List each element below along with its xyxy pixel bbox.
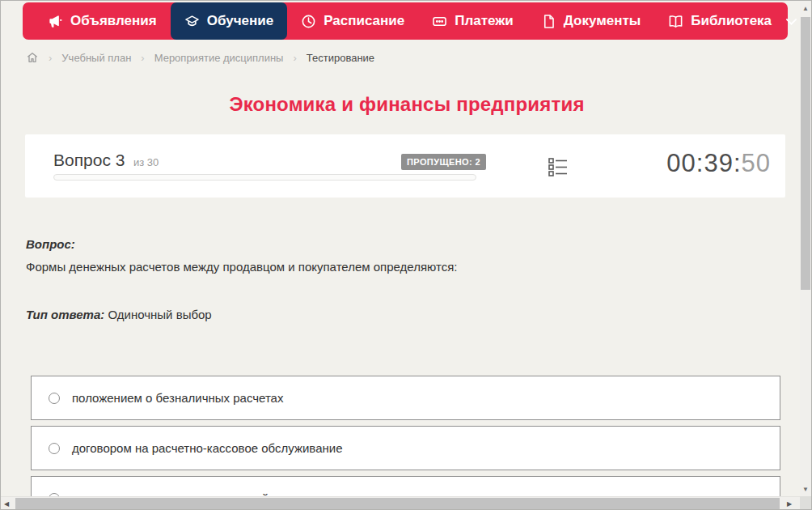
answer-type-value: Одиночный выбор bbox=[108, 308, 211, 321]
radio-button[interactable] bbox=[49, 443, 60, 454]
question-section: Вопрос: Формы денежных расчетов между пр… bbox=[26, 237, 782, 275]
breadcrumb-separator: › bbox=[49, 52, 52, 64]
answer-option-1[interactable]: положением о безналичных расчетах bbox=[31, 376, 780, 420]
breadcrumb-testing: Тестирование bbox=[307, 52, 374, 64]
timer-seconds: 50 bbox=[742, 149, 771, 177]
megaphone-icon bbox=[48, 14, 63, 29]
nav-item-payments[interactable]: Платежи bbox=[418, 2, 527, 40]
question-list-button[interactable] bbox=[547, 155, 569, 178]
skipped-badge: ПРОПУЩЕНО: 2 bbox=[401, 154, 486, 170]
answer-type-label: Тип ответа: bbox=[26, 308, 104, 321]
horizontal-scrollbar-thumb[interactable] bbox=[15, 498, 780, 509]
nav-item-announcements[interactable]: Объявления bbox=[34, 2, 171, 40]
nav-item-label: Платежи bbox=[455, 13, 514, 29]
breadcrumb-discipline-event[interactable]: Мероприятие дисциплины bbox=[154, 52, 284, 64]
home-icon[interactable] bbox=[26, 51, 39, 64]
answer-option-2[interactable]: договором на расчетно-кассовое обслужива… bbox=[31, 426, 780, 470]
question-number: Вопрос 3 из 30 bbox=[53, 151, 159, 170]
app-window: Объявления Обучение Расписание Платежи bbox=[0, 0, 812, 510]
nav-item-education[interactable]: Обучение bbox=[171, 2, 287, 40]
nav-item-library[interactable]: Библиотека bbox=[654, 2, 812, 40]
horizontal-scrollbar[interactable]: ◀ ▶ bbox=[1, 496, 801, 509]
graduation-cap-icon bbox=[184, 14, 200, 29]
vertical-scrollbar-thumb[interactable] bbox=[801, 17, 810, 290]
answer-options: положением о безналичных расчетах догово… bbox=[31, 376, 780, 510]
nav-item-label: Документы bbox=[564, 13, 641, 29]
radio-button[interactable] bbox=[49, 393, 60, 404]
scrollbar-corner bbox=[800, 496, 811, 509]
chevron-down-icon bbox=[784, 14, 799, 29]
scroll-left-arrow-icon[interactable]: ◀ bbox=[1, 497, 12, 510]
question-header-card: Вопрос 3 из 30 ПРОПУЩЕНО: 2 00:39:50 bbox=[25, 134, 785, 198]
breadcrumb-separator: › bbox=[293, 52, 296, 64]
breadcrumb-separator: › bbox=[141, 52, 144, 64]
list-icon bbox=[547, 155, 569, 178]
nav-item-label: Объявления bbox=[70, 13, 157, 29]
breadcrumb-curriculum[interactable]: Учебный план bbox=[61, 52, 131, 64]
main-navbar: Объявления Обучение Расписание Платежи bbox=[23, 2, 788, 40]
document-icon bbox=[541, 14, 556, 29]
question-total-label: из 30 bbox=[133, 156, 159, 168]
nav-item-label: Расписание bbox=[324, 13, 404, 29]
nav-item-label: Библиотека bbox=[691, 13, 772, 29]
scroll-down-arrow-icon[interactable]: ▼ bbox=[800, 483, 811, 495]
question-number-label: Вопрос 3 bbox=[53, 151, 125, 169]
nav-item-schedule[interactable]: Расписание bbox=[287, 2, 418, 40]
clock-icon bbox=[301, 14, 316, 29]
answer-option-label: положением о безналичных расчетах bbox=[72, 391, 283, 405]
timer: 00:39:50 bbox=[666, 149, 771, 178]
timer-hours-minutes: 00:39: bbox=[666, 149, 741, 177]
answer-option-label: договором на расчетно-кассовое обслужива… bbox=[72, 441, 343, 455]
question-text: Формы денежных расчетов между продавцом … bbox=[26, 258, 782, 275]
scroll-right-arrow-icon[interactable]: ▶ bbox=[784, 497, 795, 510]
vertical-scrollbar[interactable]: ▲ ▼ bbox=[800, 1, 811, 510]
answer-type-row: Тип ответа: Одиночный выбор bbox=[26, 308, 212, 321]
nav-item-label: Обучение bbox=[207, 13, 273, 29]
nav-item-documents[interactable]: Документы bbox=[527, 2, 655, 40]
question-progress-bar bbox=[53, 174, 476, 181]
breadcrumb: › Учебный план › Мероприятие дисциплины … bbox=[26, 51, 374, 64]
scroll-up-arrow-icon[interactable]: ▲ bbox=[800, 2, 811, 14]
question-label: Вопрос: bbox=[26, 237, 782, 251]
book-icon bbox=[668, 14, 683, 29]
banknote-icon bbox=[432, 14, 447, 29]
page-title: Экономика и финансы предприятия bbox=[1, 93, 812, 116]
